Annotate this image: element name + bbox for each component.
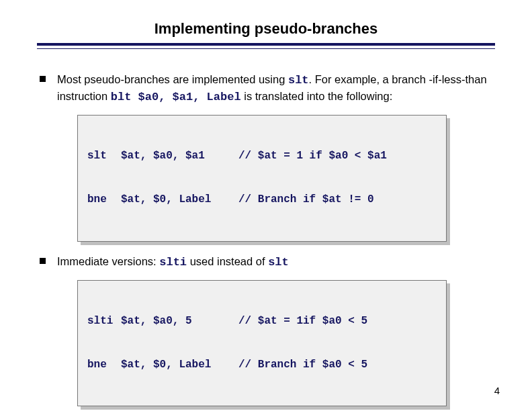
code2-l1-cmt: // $at = 1if $a0 < 5 — [238, 314, 367, 329]
bullet-2-text-b: used instead of — [187, 255, 268, 267]
code-inline-slt: slt — [288, 74, 309, 87]
code2-l2-op: bne — [87, 358, 121, 373]
code2-l2-args: $at, $0, Label — [121, 358, 238, 373]
slide-title: Implementing pseudo-branches — [37, 20, 495, 38]
code1-l1-cmt: // $at = 1 if $a0 < $a1 — [238, 149, 387, 164]
bullet-2: Immediate versions: slti used instead of… — [37, 254, 495, 271]
code2-line2: bne$at, $0, Label// Branch if $a0 < 5 — [87, 358, 437, 373]
code-block-1: slt$at, $a0, $a1// $at = 1 if $a0 < $a1 … — [77, 115, 447, 242]
code-inline-slt2: slt — [268, 256, 289, 269]
code1-l2-cmt: // Branch if $at != 0 — [238, 193, 374, 208]
code-block-2: slti$at, $a0, 5// $at = 1if $a0 < 5 bne$… — [77, 280, 447, 407]
code1-line1: slt$at, $a0, $a1// $at = 1 if $a0 < $a1 — [87, 149, 437, 164]
code-inline-blt: blt $a0, $a1, Label — [111, 91, 241, 103]
bullet-1: Most pseudo-branches are implemented usi… — [37, 72, 495, 105]
page-number: 4 — [494, 385, 500, 396]
title-divider — [37, 43, 495, 49]
code-inline-slti: slti — [159, 256, 187, 269]
code2-l1-args: $at, $a0, 5 — [121, 314, 238, 329]
code1-l1-op: slt — [87, 149, 121, 164]
code1-l2-args: $at, $0, Label — [121, 193, 238, 208]
code1-l1-args: $at, $a0, $a1 — [121, 149, 238, 164]
code2-l1-op: slti — [87, 314, 121, 329]
bullet-2-text-a: Immediate versions: — [57, 255, 159, 267]
code2-line1: slti$at, $a0, 5// $at = 1if $a0 < 5 — [87, 314, 437, 329]
bullet-1-text-c: is translated into the following: — [241, 90, 393, 102]
bullet-1-text-a: Most pseudo-branches are implemented usi… — [57, 73, 288, 85]
code1-line2: bne$at, $0, Label// Branch if $at != 0 — [87, 193, 437, 208]
code2-l2-cmt: // Branch if $a0 < 5 — [238, 358, 367, 373]
code1-l2-op: bne — [87, 193, 121, 208]
